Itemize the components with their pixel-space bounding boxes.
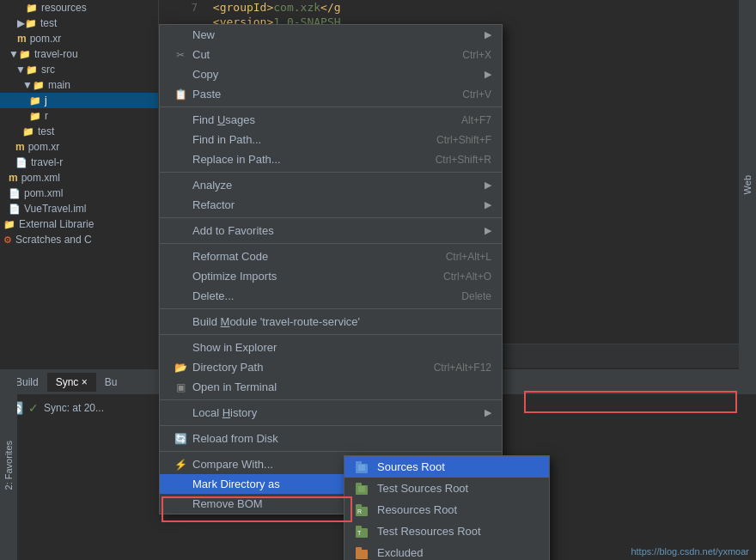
tab-sync[interactable]: Sync × [47,373,96,392]
tree-item[interactable]: ▼ 📁 travel-rou [0,46,158,62]
tree-item[interactable]: 📁 External Librarie [0,216,158,232]
web-label[interactable]: Web [742,175,753,194]
file-icon: 📄 [9,188,21,199]
submenu-item-excluded[interactable]: Excluded [344,542,549,560]
menu-separator [160,425,502,426]
svg-rect-2 [358,465,365,471]
bottom-url: https://blog.csdn.net/yxmoar [631,546,749,557]
context-menu: New ▶ ✂ Cut Ctrl+X Copy ▶ 📋 Paste Ctrl+V… [159,24,503,514]
folder-icon: 📁 [3,219,15,230]
tree-item[interactable]: 📁 r [0,108,158,124]
menu-item-dir-path[interactable]: 📂 Directory Path Ctrl+Alt+F12 [160,357,502,377]
tree-item[interactable]: ⚙ Scratches and C [0,232,158,247]
menu-separator [160,334,502,335]
tree-item[interactable]: 📄 pom.xml [0,186,158,201]
tab-bu[interactable]: Bu [96,373,126,392]
menu-item-find-usages[interactable]: Find Usages Alt+F7 [160,110,502,130]
tree-item[interactable]: 📄 VueTravel.iml [0,201,158,216]
submenu-mark-directory: Sources Root Test Sources Root R Resourc… [344,455,550,560]
tree-item[interactable]: 📄 travel-r [0,155,158,170]
menu-separator [160,107,502,107]
menu-item-reformat[interactable]: Reformat Code Ctrl+Alt+L [160,247,502,266]
tree-item[interactable]: ▼ 📁 src [0,62,158,77]
favorites-label[interactable]: 2: Favorites [3,441,14,490]
code-line: 7 <groupId>com.xzk</g [159,0,756,15]
menu-separator [160,308,502,309]
menu-separator [160,399,502,400]
folder-icon: ⚙ [3,234,12,246]
left-sidebar-bottom: 2: Favorites [0,370,17,560]
menu-item-cut[interactable]: ✂ Cut Ctrl+X [160,45,502,64]
svg-text:R: R [357,508,362,514]
paste-icon: 📋 [174,88,187,100]
submenu-item-test-sources-root[interactable]: Test Sources Root [344,478,549,499]
test-sources-icon [355,483,370,495]
compare-icon: ⚡ [174,459,187,471]
menu-item-favorites[interactable]: Add to Favorites ▶ [160,221,502,240]
folder-icon: 📁 [19,49,31,60]
menu-item-reload[interactable]: 🔄 Reload from Disk [160,429,502,448]
file-icon: m [15,141,25,153]
folder-icon: 📁 [25,18,37,29]
svg-rect-5 [358,486,365,492]
tree-item-selected[interactable]: 📁 j [0,93,158,108]
menu-item-optimize[interactable]: Optimize Imports Ctrl+Alt+O [160,266,502,286]
file-icon: m [17,33,27,45]
svg-text:T: T [357,530,362,536]
menu-item-new[interactable]: New ▶ [160,25,502,45]
folder-icon: 📁 [26,3,38,14]
arrow-icon: ▶ [485,407,491,418]
menu-item-copy[interactable]: Copy ▶ [160,64,502,84]
menu-item-find-path[interactable]: Find in Path... Ctrl+Shift+F [160,130,502,149]
tree-item[interactable]: 📁 resources [0,0,158,15]
folder-icon: 📁 [33,80,45,91]
menu-item-terminal[interactable]: ▣ Open in Terminal [160,377,502,397]
sources-root-icon [355,461,370,473]
arrow-icon: ▶ [485,29,491,40]
menu-separator [160,451,502,452]
file-icon: m [9,172,18,184]
menu-item-build[interactable]: Build Module 'travel-route-service' [160,312,502,332]
folder-icon: 📁 [22,126,34,137]
menu-item-refactor[interactable]: Refactor ▶ [160,195,502,215]
sync-status: Sync: at 20... [44,402,104,414]
project-panel: 📁 resources ▶ 📁 test m pom.xr ▼ 📁 travel… [0,0,159,369]
folder-icon: 📁 [29,111,41,122]
menu-item-paste[interactable]: 📋 Paste Ctrl+V [160,84,502,104]
excluded-icon [355,547,370,559]
terminal-icon: ▣ [174,381,187,393]
tree-item[interactable]: m pom.xr [0,139,158,155]
folder-icon: 📁 [29,95,41,107]
check-icon: ✓ [28,401,39,415]
file-icon: 📄 [9,204,21,215]
menu-separator [160,172,502,173]
menu-item-analyze[interactable]: Analyze ▶ [160,175,502,195]
menu-separator [160,217,502,218]
menu-separator [160,243,502,244]
tree-item[interactable]: m pom.xml [0,170,158,186]
right-sidebar: Web [739,0,756,369]
reload-icon: 🔄 [174,433,187,445]
svg-rect-13 [356,547,362,551]
arrow-icon: ▶ [485,180,491,191]
dir-icon: 📂 [174,362,187,374]
submenu-item-sources-root[interactable]: Sources Root [344,456,549,478]
menu-item-delete[interactable]: Delete... Delete [160,286,502,306]
resources-root-icon: R [355,504,370,516]
cut-icon: ✂ [174,49,187,61]
tree-item[interactable]: ▶ 📁 test [0,15,158,31]
submenu-item-resources-root[interactable]: R Resources Root [344,499,549,520]
arrow-icon: ▶ [485,199,491,210]
folder-icon: 📁 [26,64,38,76]
test-resources-icon: T [355,526,370,538]
menu-item-show-explorer[interactable]: Show in Explorer [160,338,502,357]
menu-item-replace-path[interactable]: Replace in Path... Ctrl+Shift+R [160,149,502,169]
tree-item[interactable]: ▼ 📁 main [0,77,158,93]
menu-item-local-history[interactable]: Local History ▶ [160,403,502,423]
arrow-icon: ▶ [485,225,491,236]
arrow-icon: ▶ [485,69,491,80]
tree-item[interactable]: m pom.xr [0,31,158,46]
submenu-item-test-resources-root[interactable]: T Test Resources Root [344,520,549,542]
tree-item[interactable]: 📁 test [0,124,158,139]
file-icon: 📄 [15,157,27,168]
